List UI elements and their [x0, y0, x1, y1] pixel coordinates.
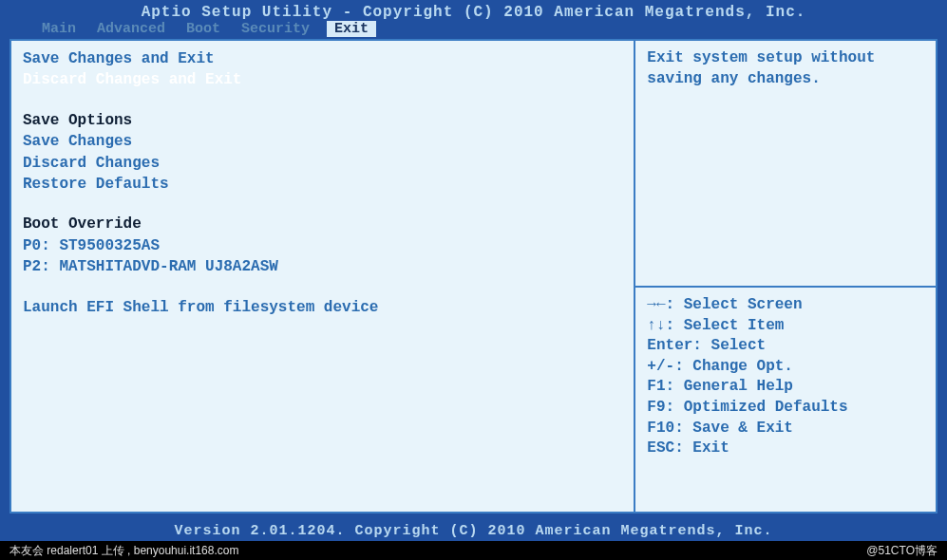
key-select-item: ↑↓: Select Item — [647, 316, 924, 337]
key-legend: →←: Select Screen ↑↓: Select Item Enter:… — [635, 288, 936, 512]
tab-security[interactable]: Security — [237, 21, 313, 37]
key-enter: Enter: Select — [647, 336, 924, 357]
menu-save-changes-exit[interactable]: Save Changes and Exit — [23, 48, 622, 69]
save-options-header: Save Options — [23, 110, 622, 131]
key-optimized-defaults: F9: Optimized Defaults — [647, 398, 924, 419]
content-area: Save Changes and Exit Discard Changes an… — [9, 39, 938, 513]
boot-override-1[interactable]: P2: MATSHITADVD-RAM UJ8A2ASW — [23, 256, 622, 277]
menu-launch-efi-shell[interactable]: Launch EFI Shell from filesystem device — [23, 297, 622, 318]
menu-discard-changes-exit[interactable]: Discard Changes and Exit — [23, 69, 622, 90]
boot-override-header: Boot Override — [23, 214, 622, 234]
credit-bar: 本友会 redalert01 上传 , benyouhui.it168.com … — [0, 541, 947, 560]
credit-left: 本友会 redalert01 上传 , benyouhui.it168.com — [9, 543, 238, 559]
spacer — [23, 91, 622, 110]
key-save-exit: F10: Save & Exit — [647, 419, 924, 439]
boot-override-0[interactable]: P0: ST9500325AS — [23, 235, 622, 256]
tab-advanced[interactable]: Advanced — [93, 21, 169, 37]
key-change-opt: +/-: Change Opt. — [647, 357, 924, 378]
help-text: Exit system setup without saving any cha… — [635, 41, 936, 288]
menu-save-changes[interactable]: Save Changes — [23, 131, 622, 152]
tab-bar: Main Advanced Boot Security Exit — [0, 21, 947, 37]
title-bar: Aptio Setup Utility - Copyright (C) 2010… — [0, 0, 947, 21]
tab-main[interactable]: Main — [38, 21, 80, 37]
menu-discard-changes[interactable]: Discard Changes — [23, 153, 622, 174]
tab-boot[interactable]: Boot — [182, 21, 224, 37]
menu-pane: Save Changes and Exit Discard Changes an… — [11, 41, 635, 512]
key-esc-exit: ESC: Exit — [647, 439, 924, 459]
spacer — [23, 195, 622, 214]
key-select-screen: →←: Select Screen — [647, 295, 924, 316]
menu-restore-defaults[interactable]: Restore Defaults — [23, 174, 622, 195]
key-general-help: F1: General Help — [647, 377, 924, 398]
right-pane: Exit system setup without saving any cha… — [635, 41, 936, 512]
spacer — [23, 278, 622, 297]
tab-exit[interactable]: Exit — [327, 21, 376, 37]
footer-bar: Version 2.01.1204. Copyright (C) 2010 Am… — [0, 521, 947, 541]
credit-right: @51CTO博客 — [866, 543, 938, 559]
bios-screen: Aptio Setup Utility - Copyright (C) 2010… — [0, 0, 947, 560]
